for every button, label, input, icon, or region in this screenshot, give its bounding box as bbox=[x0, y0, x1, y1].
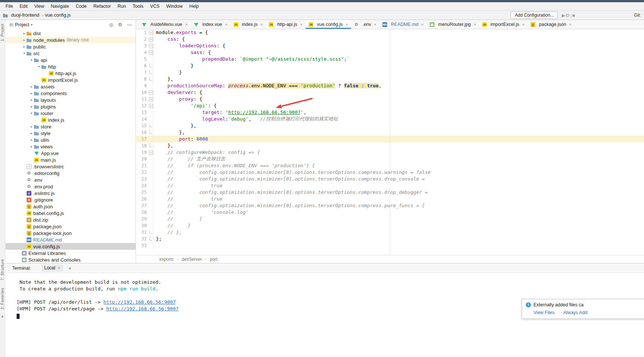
chevron-icon[interactable]: ▸ bbox=[22, 38, 27, 42]
fold-collapse-icon[interactable] bbox=[148, 89, 153, 96]
terminal-cursor[interactable] bbox=[17, 314, 20, 319]
close-icon[interactable]: × bbox=[374, 22, 376, 27]
menu-item-window[interactable]: Window bbox=[163, 2, 186, 10]
code-line-8[interactable]: }, bbox=[153, 76, 173, 82]
tree-item-index-js[interactable]: JSindex.js bbox=[6, 117, 136, 123]
tree-item-package-lock-json[interactable]: {}package-lock.json bbox=[6, 230, 136, 236]
tree-item-auth-json[interactable]: {}auth.json bbox=[6, 203, 136, 210]
editor-breadcrumb-devserver[interactable]: devServer bbox=[182, 257, 202, 262]
fold-end-icon[interactable] bbox=[148, 63, 153, 69]
chevron-icon[interactable]: ▸ bbox=[29, 91, 34, 95]
tree-item-views[interactable]: ▸views bbox=[6, 143, 136, 150]
tree-item-external-libraries[interactable]: ≣External Libraries bbox=[6, 250, 136, 256]
editor-tab-env[interactable]: ⚙.env× bbox=[351, 20, 379, 29]
terminal-tab-local[interactable]: Local × bbox=[41, 265, 63, 272]
tree-item-editorconfig[interactable]: ⚙.editorconfig bbox=[6, 170, 136, 176]
tree-item-router[interactable]: ▾router bbox=[6, 110, 136, 117]
code-line-28[interactable]: // 'console.log' bbox=[153, 209, 248, 216]
tree-item-http[interactable]: ▾http bbox=[6, 63, 136, 70]
tree-item-env-prod[interactable]: ⚙.env.prod bbox=[6, 183, 136, 190]
menu-item-edit[interactable]: Edit bbox=[16, 2, 31, 10]
tree-item-http-api-js[interactable]: JShttp-api.js bbox=[6, 70, 136, 77]
close-icon[interactable]: × bbox=[421, 22, 423, 27]
code-line-24[interactable]: // true bbox=[153, 182, 222, 189]
tree-item-plugins[interactable]: ▸plugins bbox=[6, 103, 136, 110]
tree-item-dist[interactable]: ▸dist bbox=[6, 30, 136, 37]
tree-item-components[interactable]: ▸components bbox=[6, 90, 136, 97]
code-line-15[interactable]: }, bbox=[153, 122, 197, 129]
code-line-25[interactable]: // config.optimization.minimizer[0].opti… bbox=[153, 189, 428, 196]
close-icon[interactable]: × bbox=[260, 22, 263, 27]
code-line-4[interactable]: sass: { bbox=[153, 49, 211, 56]
editor-tab-index-js[interactable]: JSindex.js× bbox=[231, 20, 266, 29]
close-icon[interactable]: × bbox=[185, 22, 187, 27]
code-line-13[interactable]: target: 'http://192.168.66.56:9007', bbox=[153, 109, 306, 116]
code-line-7[interactable]: } bbox=[153, 69, 182, 76]
tree-item-browserslistrc[interactable]: ≡.browserslistrc bbox=[6, 163, 136, 170]
code-line-11[interactable]: proxy: { bbox=[153, 96, 202, 102]
tree-item-store[interactable]: ▸store bbox=[6, 123, 136, 130]
breadcrumb-file[interactable]: vue.config.js bbox=[45, 13, 71, 18]
tree-item-app-vue[interactable]: App.vue bbox=[6, 150, 136, 156]
editor-breadcrumb-exports[interactable]: exports bbox=[159, 257, 174, 262]
tree-item-eslintrc-js[interactable]: e.eslintrc.js bbox=[6, 190, 136, 196]
editor-tab-importexcel-js[interactable]: JSimportExcel.js× bbox=[479, 20, 528, 29]
tree-item-readme-md[interactable]: MDREADME.md bbox=[6, 236, 136, 243]
stripe-favorites-button[interactable]: 2: Favorites bbox=[0, 288, 4, 309]
code-line-20[interactable]: // // 生产去除日志 bbox=[153, 156, 225, 162]
terminal-link[interactable]: http://192.168.66.56:9007 bbox=[103, 299, 176, 305]
tree-item-assets[interactable]: ▸assets bbox=[6, 83, 136, 90]
breadcrumb-project[interactable]: duoji-frontend bbox=[11, 13, 39, 18]
stop-icon[interactable]: ■ bbox=[572, 13, 575, 18]
build-settings-icon[interactable]: ⚙ bbox=[565, 13, 570, 18]
code-line-32[interactable]: }; bbox=[153, 236, 162, 242]
hide-panel-icon[interactable]: — bbox=[127, 22, 132, 27]
code-line-5[interactable]: prependData: `@import "~@/assets/scss/st… bbox=[153, 56, 350, 63]
fold-collapse-icon[interactable] bbox=[148, 29, 153, 36]
tree-item-style[interactable]: ▸style bbox=[6, 130, 136, 137]
tree-item-utils[interactable]: ▸utils bbox=[6, 137, 136, 143]
tree-item-vue-config-js[interactable]: JSvue.config.js bbox=[6, 243, 136, 250]
chevron-icon[interactable]: ▾ bbox=[22, 51, 27, 55]
chevron-icon[interactable]: ▸ bbox=[22, 31, 27, 35]
tree-item-api[interactable]: ▾api bbox=[6, 57, 136, 63]
chevron-icon[interactable]: ▾ bbox=[37, 65, 41, 68]
menu-item-vcs[interactable]: VCS bbox=[147, 2, 163, 10]
editor-tab-vue-config-js[interactable]: JSvue.config.js× bbox=[306, 20, 351, 29]
code-line-10[interactable]: devServer: { bbox=[153, 89, 202, 96]
view-files-link[interactable]: View Files bbox=[534, 310, 555, 315]
locate-file-icon[interactable]: ◎ bbox=[109, 22, 113, 27]
fold-collapse-icon[interactable] bbox=[148, 43, 153, 49]
code-line-33[interactable] bbox=[153, 242, 156, 249]
chevron-icon[interactable]: ▸ bbox=[29, 85, 34, 88]
chevron-icon[interactable]: ▸ bbox=[29, 125, 34, 128]
close-icon[interactable]: × bbox=[58, 266, 60, 270]
tree-item-scratches-and-consoles[interactable]: ▤Scratches and Consoles bbox=[6, 256, 136, 263]
fold-end-icon[interactable] bbox=[148, 76, 153, 82]
tree-item-env[interactable]: ⚙.env bbox=[6, 176, 136, 183]
code-line-29[interactable]: // ] bbox=[153, 216, 202, 222]
stripe-structure-button[interactable]: 7: Structure bbox=[0, 259, 4, 280]
code-line-18[interactable]: }, bbox=[153, 142, 173, 149]
fold-end-icon[interactable] bbox=[148, 122, 153, 129]
menu-item-run[interactable]: Run bbox=[114, 2, 129, 10]
stripe-project-button[interactable]: 1: Project bbox=[0, 24, 4, 41]
menu-item-help[interactable]: Help bbox=[186, 2, 202, 10]
git-label[interactable]: Git: bbox=[634, 13, 641, 18]
chevron-icon[interactable]: ▸ bbox=[29, 145, 34, 148]
chevron-icon[interactable]: ▾ bbox=[29, 58, 34, 62]
fold-end-icon[interactable] bbox=[148, 229, 153, 236]
menu-item-file[interactable]: File bbox=[2, 2, 16, 10]
code-line-9[interactable]: productionSourceMap: process.env.NODE_EN… bbox=[153, 82, 382, 89]
fold-collapse-icon[interactable] bbox=[148, 102, 153, 109]
close-icon[interactable]: × bbox=[474, 22, 476, 27]
tree-item-package-json[interactable]: {}package.json bbox=[6, 223, 136, 230]
menu-item-view[interactable]: View bbox=[31, 2, 48, 10]
chevron-down-icon[interactable]: ▾ bbox=[31, 23, 33, 27]
code-line-19[interactable]: // configureWebpack: config => { bbox=[153, 149, 260, 156]
fold-end-icon[interactable] bbox=[148, 129, 153, 136]
favorites-star-icon[interactable]: ★ bbox=[1, 314, 4, 319]
code-line-23[interactable]: // config.optimization.minimizer[0].opti… bbox=[153, 176, 425, 182]
fold-end-icon[interactable] bbox=[148, 142, 153, 149]
code-line-22[interactable]: // config.optimization.minimizer[0].opti… bbox=[153, 169, 431, 176]
